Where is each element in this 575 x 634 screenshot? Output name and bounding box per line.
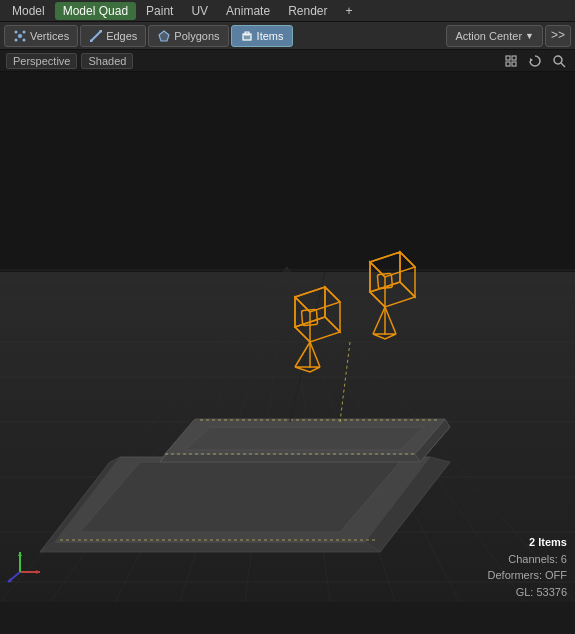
menu-animate[interactable]: Animate [218,2,278,20]
svg-marker-15 [530,58,533,62]
svg-rect-11 [506,56,510,60]
polygons-button[interactable]: Polygons [148,25,228,47]
items-label: Items [257,30,284,42]
search-icon[interactable] [549,52,569,70]
svg-point-3 [15,38,18,41]
viewport[interactable]: 2 Items Channels: 6 Deformers: OFF GL: 5… [0,72,575,602]
toolbar: Vertices Edges Polygons Items [0,22,575,50]
menu-add[interactable]: + [337,2,360,20]
perspective-button[interactable]: Perspective [6,53,77,69]
polygons-label: Polygons [174,30,219,42]
vertices-button[interactable]: Vertices [4,25,78,47]
shaded-button[interactable]: Shaded [81,53,133,69]
svg-point-4 [23,38,26,41]
vertices-icon [13,29,27,43]
svg-point-0 [18,34,22,38]
svg-rect-13 [506,62,510,66]
maximize-icon[interactable] [501,52,521,70]
items-button[interactable]: Items [231,25,293,47]
shaded-label: Shaded [88,55,126,67]
svg-rect-19 [0,72,575,272]
channels-status: Channels: 6 [488,551,567,568]
svg-line-5 [91,31,101,41]
svg-marker-50 [185,427,425,450]
viewport-controls [501,52,569,70]
action-center-button[interactable]: Action Center ▼ [446,25,543,47]
gl-status: GL: 53376 [488,584,567,601]
vertices-label: Vertices [30,30,69,42]
svg-rect-10 [245,32,249,35]
action-center-area: Action Center ▼ >> [446,25,571,47]
perspective-label: Perspective [13,55,70,67]
svg-rect-12 [512,56,516,60]
deformers-status: Deformers: OFF [488,567,567,584]
more-button[interactable]: >> [545,25,571,47]
menu-model-quad[interactable]: Model Quad [55,2,136,20]
menu-paint[interactable]: Paint [138,2,181,20]
viewport-header: Perspective Shaded [0,50,575,72]
edges-label: Edges [106,30,137,42]
polygons-icon [157,29,171,43]
svg-line-17 [561,63,565,67]
edges-button[interactable]: Edges [80,25,146,47]
refresh-icon[interactable] [525,52,545,70]
svg-marker-8 [159,31,169,41]
menu-bar: Model Model Quad Paint UV Animate Render… [0,0,575,22]
svg-point-1 [15,30,18,33]
items-icon [240,29,254,43]
action-center-label: Action Center [455,30,522,42]
more-label: >> [551,28,565,42]
items-count: 2 Items [488,534,567,551]
svg-rect-14 [512,62,516,66]
menu-uv[interactable]: UV [183,2,216,20]
status-bar: 2 Items Channels: 6 Deformers: OFF GL: 5… [480,532,575,602]
menu-model[interactable]: Model [4,2,53,20]
action-center-chevron-icon: ▼ [525,31,534,41]
menu-render[interactable]: Render [280,2,335,20]
viewport-scene [0,72,575,602]
svg-point-2 [23,30,26,33]
edges-icon [89,29,103,43]
svg-point-16 [554,56,562,64]
